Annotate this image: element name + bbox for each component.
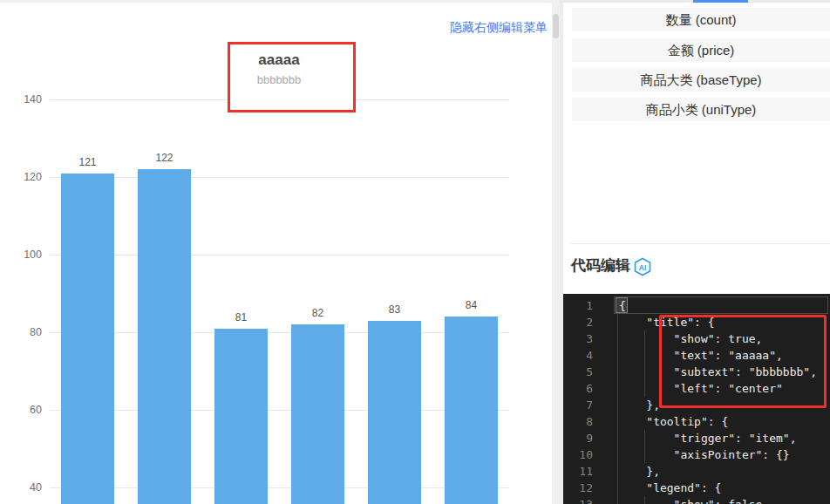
indent-guide xyxy=(617,364,618,380)
line-number: 6 xyxy=(563,380,593,397)
editor-pane: 数量 (count)金额 (price)商品大类 (baseType)商品小类 … xyxy=(560,0,830,504)
line-number: 5 xyxy=(563,364,593,380)
bar[interactable] xyxy=(445,317,498,504)
bar-value-label: 122 xyxy=(138,152,191,165)
indent-guide xyxy=(617,314,618,330)
y-axis-tick-label: 40 xyxy=(3,480,42,494)
indent-guide xyxy=(617,430,618,446)
indent-guide xyxy=(617,480,618,496)
line-number: 8 xyxy=(563,413,593,430)
vertical-scrollbar[interactable] xyxy=(552,0,560,504)
bar-value-label: 121 xyxy=(61,156,114,169)
code-text: "tooltip": { xyxy=(619,413,728,430)
bar-value-label: 84 xyxy=(445,299,498,312)
code-editor[interactable]: 1{2 "title": {3 "show": true,4 "text": "… xyxy=(563,294,830,504)
bar-value-label: 83 xyxy=(368,303,421,317)
bar[interactable] xyxy=(214,329,268,504)
line-number: 11 xyxy=(563,463,593,480)
indent-guide xyxy=(617,413,618,430)
indent-guide xyxy=(617,397,618,413)
line-number: 2 xyxy=(563,314,593,330)
code-editor-title: 代码编辑 xyxy=(571,255,630,276)
field-list-item[interactable]: 商品大类 (baseType) xyxy=(572,68,830,92)
bar[interactable] xyxy=(368,321,421,504)
code-text: }, xyxy=(619,463,660,480)
field-list-item[interactable]: 商品小类 (uniType) xyxy=(572,98,830,121)
code-line[interactable]: 1{ xyxy=(563,297,830,314)
chart-pane: 隐藏右侧编辑菜单 140120100806040 aaaaa bbbbbbb 1… xyxy=(0,0,552,504)
code-text: "trigger": "item", xyxy=(619,430,797,446)
y-axis-tick-label: 120 xyxy=(3,170,42,184)
y-axis-tick-label: 140 xyxy=(3,92,42,106)
code-text: { xyxy=(619,297,626,314)
line-number: 4 xyxy=(563,347,593,364)
gridline xyxy=(50,332,509,333)
bar-chart: 140120100806040 aaaaa bbbbbbb 1211228182… xyxy=(0,0,552,504)
gridline xyxy=(50,255,509,255)
section-divider xyxy=(571,243,830,244)
code-line[interactable]: 8 "tooltip": { xyxy=(563,413,830,430)
code-text: "axisPointer": {} xyxy=(619,446,790,463)
y-axis-tick-label: 60 xyxy=(3,403,42,417)
line-number: 7 xyxy=(563,397,593,413)
indent-guide xyxy=(617,330,618,347)
y-axis-tick-label: 100 xyxy=(3,248,42,262)
svg-text:AI: AI xyxy=(639,263,647,272)
indent-guide xyxy=(617,496,618,504)
tab-indicator xyxy=(693,0,748,3)
bar[interactable] xyxy=(138,169,191,504)
indent-guide xyxy=(617,463,618,480)
chart-title: aaaaa xyxy=(173,51,384,70)
y-axis-tick-label: 80 xyxy=(3,325,42,339)
code-line[interactable]: 11 }, xyxy=(563,463,830,480)
ai-icon[interactable]: AI xyxy=(633,257,652,276)
bar[interactable] xyxy=(291,324,344,504)
code-text: "show": false xyxy=(619,496,762,504)
line-number: 1 xyxy=(563,297,593,314)
chart-subtitle: bbbbbbb xyxy=(173,72,384,88)
line-number: 10 xyxy=(563,446,593,463)
code-line[interactable]: 13 "show": false xyxy=(563,496,830,504)
code-line[interactable]: 9 "trigger": "item", xyxy=(563,430,830,446)
gridline xyxy=(50,410,509,411)
line-number: 9 xyxy=(563,430,593,446)
field-list-item[interactable]: 金额 (price) xyxy=(572,38,830,62)
bar-value-label: 81 xyxy=(214,311,268,324)
code-highlight-box xyxy=(659,315,827,408)
line-number: 12 xyxy=(563,480,593,496)
line-number: 13 xyxy=(563,496,593,504)
indent-guide xyxy=(617,380,618,397)
chart-title-group: aaaaa bbbbbbb xyxy=(173,51,384,88)
line-number: 3 xyxy=(563,330,593,347)
gridline xyxy=(50,487,509,488)
scrollbar-thumb[interactable] xyxy=(553,14,559,38)
indent-guide xyxy=(617,347,618,364)
bar-value-label: 82 xyxy=(291,307,344,320)
code-line[interactable]: 10 "axisPointer": {} xyxy=(563,446,830,463)
indent-guide xyxy=(617,446,618,463)
field-list-item[interactable]: 数量 (count) xyxy=(572,8,830,31)
code-text: }, xyxy=(619,397,660,413)
code-text: "legend": { xyxy=(619,480,721,496)
bar[interactable] xyxy=(61,174,114,504)
gridline xyxy=(50,177,509,178)
code-line[interactable]: 12 "legend": { xyxy=(563,480,830,496)
